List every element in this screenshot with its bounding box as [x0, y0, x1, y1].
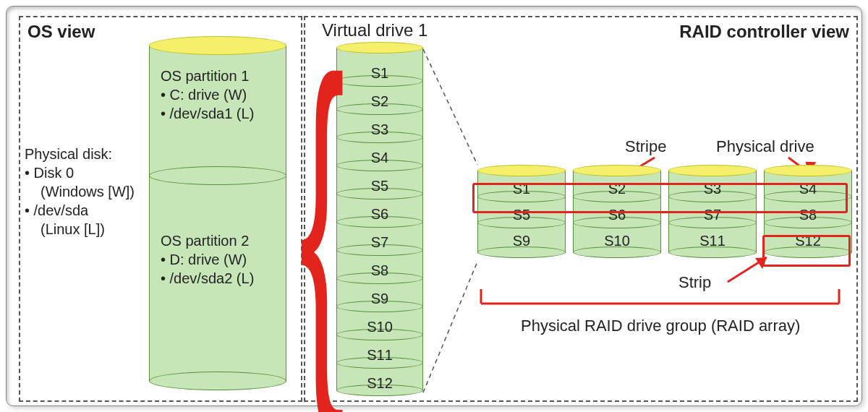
physical-disk-item-3: (Linux [L]) — [41, 220, 135, 239]
vd-segment-label: S1 — [336, 65, 423, 82]
vd-segment-label: S5 — [336, 178, 423, 194]
physical-disk-block: Physical disk: • Disk 0 (Windows [W]) • … — [25, 145, 135, 239]
strip-label: Strip — [678, 273, 711, 292]
diagram-root: OS view RAID controller view Virtual dri… — [0, 0, 868, 412]
partition1-item-0: C: drive (W) — [170, 87, 247, 103]
virtual-drive-cylinder: S1S2S3S4S5S6S7S8S9S10S11S12 — [336, 42, 423, 396]
physical-disk-item-0: Disk 0 — [34, 165, 75, 181]
physical-drive-label: Physical drive — [716, 137, 814, 156]
vd-segment-label: S7 — [336, 234, 423, 251]
physical-disk-item-2: /dev/sda — [34, 202, 89, 218]
partition1-item-1: /dev/sda1 (L) — [170, 106, 255, 121]
partition1-block: OS partition 1 • C: drive (W) • /dev/sda… — [161, 66, 254, 123]
partition2-block: OS partition 2 • D: drive (W) • /dev/sda… — [161, 231, 254, 288]
physical-disk-title: Physical disk: — [25, 145, 135, 163]
vd-segment-label: S3 — [336, 121, 423, 138]
vd-segment-label: S10 — [336, 319, 423, 335]
vd-segment-label: S2 — [336, 93, 423, 110]
partition2-title: OS partition 2 — [161, 231, 254, 250]
group-label: Physical RAID drive group (RAID array) — [521, 317, 800, 335]
vd-segment-label: S9 — [336, 291, 423, 307]
vd-segment-label: S11 — [336, 347, 423, 364]
partition1-title: OS partition 1 — [161, 66, 254, 85]
stripe-highlight — [472, 183, 848, 213]
raid-cell-label: S10 — [573, 233, 661, 249]
strip-highlight — [762, 235, 851, 267]
raid-cell-label: S11 — [668, 233, 757, 249]
vd-segment-label: S6 — [336, 206, 423, 223]
partition2-item-1: /dev/sda2 (L) — [170, 270, 255, 286]
stripe-label: Stripe — [625, 137, 666, 156]
os-view-title: OS view — [27, 22, 95, 42]
partition2-item-0: D: drive (W) — [170, 252, 247, 267]
physical-disk-item-1: (Windows [W]) — [41, 182, 135, 201]
vd-segment-label: S12 — [336, 375, 423, 392]
raid-cell-label: S9 — [477, 233, 566, 249]
vd-segment-label: S4 — [336, 150, 423, 166]
raid-view-title: RAID controller view — [679, 22, 849, 42]
vd-segment-label: S8 — [336, 262, 423, 279]
